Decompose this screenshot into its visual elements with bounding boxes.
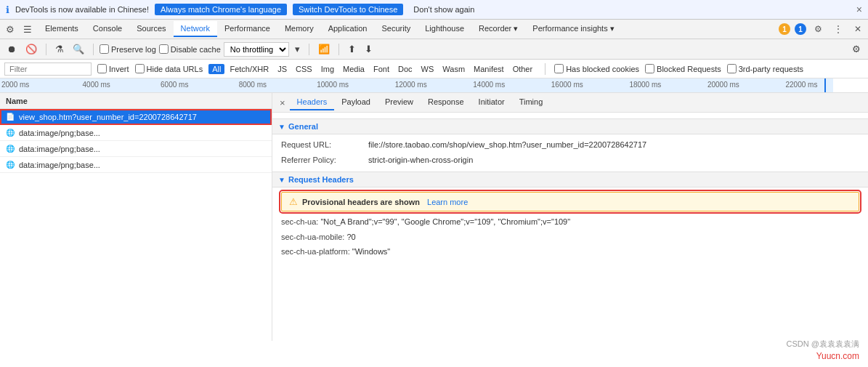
match-language-button[interactable]: Always match Chrome's language — [155, 4, 287, 15]
warning-badge: 1 — [779, 23, 790, 35]
preserve-log-label[interactable]: Preserve log — [100, 44, 156, 54]
tab-performance[interactable]: Performance — [217, 21, 277, 37]
learn-more-link[interactable]: Learn more — [427, 198, 468, 206]
filter-type-css[interactable]: CSS — [292, 64, 316, 74]
record-button[interactable]: ⏺ — [4, 42, 20, 56]
detail-panel: × Headers Payload Preview Response Initi… — [272, 93, 868, 341]
blocked-requests-checkbox[interactable] — [645, 64, 654, 73]
timeline[interactable]: 2000 ms 4000 ms 6000 ms 8000 ms 10000 ms… — [0, 78, 868, 93]
separator-4 — [338, 44, 339, 55]
switch-devtools-button[interactable]: Switch DevTools to Chinese — [293, 4, 403, 15]
toolbar: ⏺ 🚫 ⚗ 🔍 Preserve log Disable cache No th… — [0, 39, 868, 60]
hide-data-urls-label[interactable]: Hide data URLs — [135, 64, 203, 73]
infobar-close-button[interactable]: × — [856, 4, 862, 15]
invert-checkbox[interactable] — [97, 64, 107, 73]
filter-type-img[interactable]: Img — [317, 64, 338, 74]
tab-network[interactable]: Network — [174, 21, 217, 37]
throttle-dropdown-button[interactable]: ▾ — [292, 42, 303, 56]
image-icon: 🌐 — [6, 145, 16, 153]
referrer-label: Referrer Policy: — [281, 154, 368, 166]
list-item[interactable]: 🌐 data:image/png;base... — [0, 141, 272, 157]
tab-bar-right: 1 1 ⚙ ⋮ ✕ — [779, 23, 865, 36]
filter-type-js[interactable]: JS — [274, 64, 291, 74]
general-title: General — [288, 122, 318, 131]
header-key-sec-ch-ua-mobile: sec-ch-ua-mobile: — [281, 233, 344, 241]
tab-response[interactable]: Response — [421, 94, 471, 110]
timeline-label-14000: 14000 ms — [473, 81, 505, 89]
tab-recorder[interactable]: Recorder ▾ — [471, 21, 525, 38]
header-val-sec-ch-ua: "Not_A Brand";v="99", "Google Chrome";v=… — [320, 217, 570, 226]
filter-type-manifest[interactable]: Manifest — [470, 64, 508, 74]
tab-timing[interactable]: Timing — [512, 94, 551, 110]
disable-cache-checkbox[interactable] — [159, 44, 169, 54]
filter-type-all[interactable]: All — [208, 64, 224, 74]
throttle-select[interactable]: No throttling — [224, 42, 289, 57]
tab-preview[interactable]: Preview — [378, 94, 421, 110]
filter-types: All Fetch/XHR JS CSS Img Media Font Doc … — [208, 64, 536, 74]
tab-headers[interactable]: Headers — [290, 94, 335, 110]
settings-button[interactable]: ⚙ — [811, 23, 826, 36]
tab-sources[interactable]: Sources — [129, 21, 173, 37]
filter-type-font[interactable]: Font — [370, 64, 393, 74]
filter-type-wasm[interactable]: Wasm — [439, 64, 469, 74]
third-party-checkbox[interactable] — [727, 64, 737, 73]
preserve-log-checkbox[interactable] — [100, 44, 109, 54]
blocked-requests-label[interactable]: Blocked Requests — [645, 64, 721, 73]
filter-bar: Invert Hide data URLs All Fetch/XHR JS C… — [0, 60, 868, 78]
tab-payload[interactable]: Payload — [334, 94, 378, 110]
header-row-sec-ch-ua: sec-ch-ua: "Not_A Brand";v="99", "Google… — [281, 216, 859, 229]
invert-text: Invert — [109, 65, 129, 73]
list-item[interactable]: 🌐 data:image/png;base... — [0, 157, 272, 173]
close-devtools-button[interactable]: ✕ — [851, 23, 865, 36]
detail-close-button[interactable]: × — [275, 96, 290, 110]
tab-memory[interactable]: Memory — [277, 21, 321, 37]
tab-application[interactable]: Application — [321, 21, 375, 37]
separator-1 — [46, 44, 46, 55]
filter-type-ws[interactable]: WS — [418, 64, 438, 74]
item-name-text: view_shop.htm?user_number_id=22007286427… — [19, 113, 197, 121]
separator-2 — [93, 44, 94, 55]
third-party-label[interactable]: 3rd-party requests — [727, 64, 803, 73]
blocked-cookies-checkbox[interactable] — [554, 64, 564, 73]
detail-tabs: × Headers Payload Preview Response Initi… — [272, 93, 868, 113]
clear-button[interactable]: 🚫 — [23, 42, 40, 56]
tab-console[interactable]: Console — [86, 21, 129, 37]
list-item[interactable]: 📄 view_shop.htm?user_number_id=220072864… — [0, 109, 272, 125]
timeline-label-22000: 22000 ms — [785, 81, 817, 89]
wifi-button[interactable]: 📶 — [315, 42, 333, 56]
timeline-label-4000: 4000 ms — [83, 81, 110, 89]
disable-cache-label[interactable]: Disable cache — [159, 44, 221, 54]
tab-performance-insights[interactable]: Performance insights ▾ — [525, 21, 621, 38]
hide-data-urls-checkbox[interactable] — [135, 64, 145, 73]
devtools-toggle-button[interactable]: ⚙ — [3, 23, 17, 36]
import-button[interactable]: ⬆ — [345, 42, 359, 56]
warning-icon: ⚠ — [289, 196, 298, 207]
filter-button[interactable]: ⚗ — [52, 42, 67, 56]
search-button[interactable]: 🔍 — [70, 42, 87, 56]
timeline-label-18000: 18000 ms — [629, 81, 661, 89]
timeline-label-10000: 10000 ms — [317, 81, 349, 89]
request-headers-section-header: ▼ Request Headers — [272, 172, 868, 187]
tab-initiator[interactable]: Initiator — [471, 94, 512, 110]
provisional-headers-warning: ⚠ Provisional headers are shown Learn mo… — [281, 192, 859, 211]
tab-bar: ⚙ ☰ Elements Console Sources Network Per… — [0, 20, 868, 39]
filter-type-media[interactable]: Media — [339, 64, 368, 74]
filter-input[interactable] — [4, 62, 92, 76]
blocked-cookies-label[interactable]: Has blocked cookies — [554, 64, 639, 73]
timeline-label-2000: 2000 ms — [1, 81, 29, 89]
header-row-sec-ch-ua-mobile: sec-ch-ua-mobile: ?0 — [281, 231, 859, 244]
filter-type-fetchxhr[interactable]: Fetch/XHR — [226, 64, 272, 74]
dont-show-again-button[interactable]: Don't show again — [409, 4, 479, 15]
more-options-button[interactable]: ⋮ — [830, 23, 846, 36]
tab-security[interactable]: Security — [374, 21, 418, 37]
tab-lighthouse[interactable]: Lighthouse — [418, 21, 471, 37]
toolbar-more-button[interactable]: ⚙ — [849, 42, 864, 56]
inspect-button[interactable]: ☰ — [20, 23, 35, 36]
filter-type-doc[interactable]: Doc — [394, 64, 416, 74]
invert-label[interactable]: Invert — [97, 64, 129, 73]
name-panel: Name 📄 view_shop.htm?user_number_id=2200… — [0, 93, 272, 341]
export-button[interactable]: ⬇ — [362, 42, 376, 56]
filter-type-other[interactable]: Other — [509, 64, 537, 74]
list-item[interactable]: 🌐 data:image/png;base... — [0, 125, 272, 141]
tab-elements[interactable]: Elements — [38, 21, 86, 37]
